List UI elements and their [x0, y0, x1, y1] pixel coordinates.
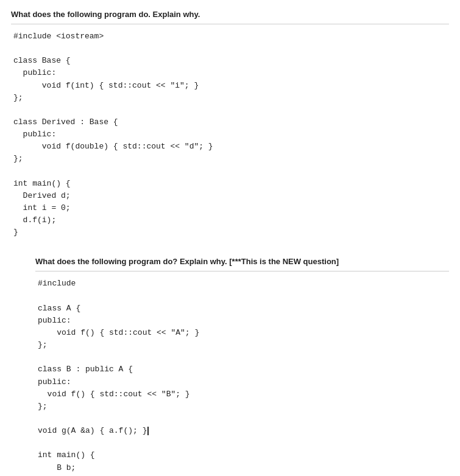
text-cursor: [147, 427, 149, 435]
section-2: What does the following program do? Expl…: [11, 257, 449, 476]
question-label-1: What does the following program do. Expl…: [11, 10, 449, 19]
code-block-2: #include class A { public: void f() { st…: [35, 278, 449, 476]
code-block-1: #include <iostream> class Base { public:…: [11, 30, 449, 239]
divider-2: [35, 271, 449, 271]
divider-1: [11, 24, 449, 24]
question-label-2: What does the following program do? Expl…: [35, 257, 449, 266]
section-1: What does the following program do. Expl…: [11, 10, 449, 239]
